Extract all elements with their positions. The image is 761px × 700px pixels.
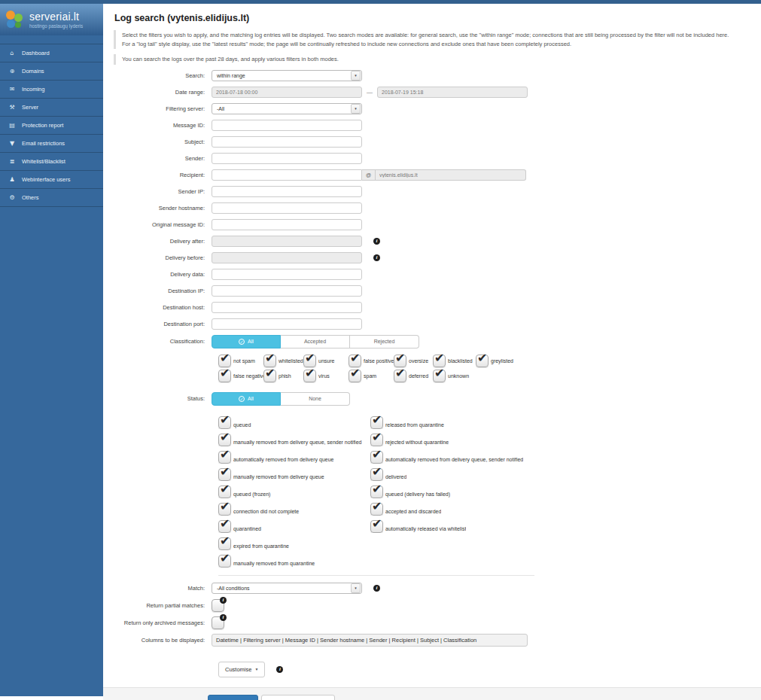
subject-input[interactable]: [212, 136, 362, 148]
classification-all-button[interactable]: ✓ All: [212, 335, 281, 348]
checkbox-auto-removed-sender-notified[interactable]: [370, 451, 383, 464]
sidebar-item-webinterface-users[interactable]: ♟ Webinterface users: [0, 170, 103, 188]
status-all-button[interactable]: ✓ All: [212, 392, 281, 406]
checkbox-auto-released-via-whitelist[interactable]: [370, 520, 383, 533]
sidebar-item-email-restrictions[interactable]: ▼ Email restrictions: [0, 134, 103, 152]
checkbox-whitelisted[interactable]: [263, 355, 276, 367]
gear-icon: ⚙: [8, 194, 16, 201]
info-icon[interactable]: i: [276, 666, 283, 673]
sender-hostname-input[interactable]: [212, 202, 362, 214]
start-search-button[interactable]: Start search: [208, 695, 258, 700]
checkbox-oversize[interactable]: [394, 355, 406, 367]
delivery-after-input[interactable]: [212, 236, 362, 247]
destination-ip-input[interactable]: [212, 285, 362, 297]
logo[interactable]: serveriai.lt hostingo paslaugų lyderis: [0, 4, 103, 35]
columns-label: Columns to be displayed:: [114, 637, 212, 644]
checkbox-manually-removed-sender-notified[interactable]: [218, 434, 231, 446]
sidebar-item-domains[interactable]: ⊕ Domains: [0, 62, 103, 80]
checkbox-auto-removed-delivery-queue[interactable]: [218, 451, 231, 464]
checkbox-false-positive[interactable]: [349, 355, 361, 367]
date-range-label: Date range:: [114, 89, 212, 96]
checkbox-greylisted[interactable]: [476, 355, 489, 367]
original-message-id-label: Original message ID:: [114, 221, 212, 228]
checkbox-queued-delivery-failed[interactable]: [370, 485, 383, 498]
checkbox-virus[interactable]: [303, 370, 316, 382]
chevron-down-icon[interactable]: ▾: [351, 583, 361, 593]
info-icon[interactable]: i: [373, 254, 380, 261]
info-icon[interactable]: i: [373, 585, 380, 592]
checkbox-false-negative[interactable]: [218, 370, 231, 382]
checkbox-manually-removed-delivery-queue[interactable]: [218, 468, 231, 481]
delivery-before-input[interactable]: [212, 252, 362, 263]
message-id-input[interactable]: [212, 120, 362, 131]
info-icon[interactable]: i: [373, 238, 380, 245]
search-mode-select[interactable]: within range ▾: [212, 70, 362, 81]
classification-segmented-buttons: ✓ All Accepted Rejected: [212, 335, 419, 348]
delivery-data-input[interactable]: [212, 269, 362, 280]
sidebar-item-label: Domains: [22, 68, 44, 75]
sender-input[interactable]: [212, 153, 362, 164]
info-icon[interactable]: i: [220, 597, 227, 604]
sidebar-item-dashboard[interactable]: ⌂ Dashboard: [0, 44, 103, 62]
filtering-server-select[interactable]: -All ▾: [212, 103, 362, 114]
destination-host-input[interactable]: [212, 302, 362, 313]
form-actions: Start search ✉ Email Scout Reports: [103, 687, 761, 700]
list-icon: ≣: [8, 158, 16, 165]
checkbox-blacklisted[interactable]: [433, 355, 446, 367]
return-only-archived-checkbox[interactable]: i: [212, 616, 224, 629]
checkbox-rejected-without-quarantine[interactable]: [370, 434, 383, 446]
customise-button[interactable]: Customise ▼: [218, 662, 265, 677]
sidebar-item-label: Protection report: [22, 122, 63, 129]
sidebar-item-incoming[interactable]: ✉ Incoming: [0, 80, 103, 98]
checkbox-released-from-quarantine[interactable]: [370, 416, 383, 429]
checkbox-label: automatically removed from delivery queu…: [233, 457, 333, 464]
checkbox-not-spam[interactable]: [218, 355, 231, 367]
checkbox-unknown[interactable]: [433, 370, 446, 382]
document-icon: ▤: [8, 122, 16, 129]
sidebar-item-others[interactable]: ⚙ Others: [0, 188, 103, 207]
checkbox-label: released from quarantine: [385, 422, 444, 429]
sidebar-item-protection-report[interactable]: ▤ Protection report: [0, 116, 103, 134]
recipient-input[interactable]: [212, 169, 362, 181]
return-partial-matches-checkbox[interactable]: i: [212, 599, 224, 612]
checkbox-label: unsure: [318, 358, 334, 364]
sidebar-item-server[interactable]: ⚒ Server: [0, 98, 103, 116]
return-only-archived-label: Return only archived messages:: [114, 616, 212, 626]
checkbox-queued[interactable]: [218, 416, 231, 429]
classification-accepted-button[interactable]: Accepted: [281, 335, 350, 348]
checkbox-label: blacklisted: [448, 358, 473, 364]
checkbox-queued-frozen[interactable]: [218, 485, 231, 498]
divider: [218, 575, 534, 576]
match-select[interactable]: -All conditions ▾: [212, 583, 362, 594]
checkbox-phish[interactable]: [263, 370, 276, 382]
date-range-separator: —: [367, 89, 373, 96]
checkbox-unsure[interactable]: [303, 355, 316, 367]
sender-ip-label: Sender IP:: [114, 188, 212, 195]
classification-rejected-button[interactable]: Rejected: [350, 335, 419, 348]
sender-ip-input[interactable]: [212, 186, 362, 197]
status-none-button[interactable]: None: [281, 392, 350, 406]
info-icon[interactable]: i: [220, 614, 227, 621]
destination-port-input[interactable]: [212, 318, 362, 330]
chevron-down-icon[interactable]: ▾: [351, 71, 361, 81]
chevron-down-icon[interactable]: ▾: [351, 104, 361, 114]
email-scout-reports-button[interactable]: ✉ Email Scout Reports: [261, 695, 334, 700]
date-from-input[interactable]: [212, 87, 362, 98]
original-message-id-input[interactable]: [212, 219, 362, 230]
sidebar-nav: ⌂ Dashboard ⊕ Domains ✉ Incoming ⚒ Serve…: [0, 44, 103, 207]
checkbox-label: accepted and discarded: [385, 509, 441, 516]
checkbox-delivered[interactable]: [370, 468, 383, 481]
checkbox-expired-from-quarantine[interactable]: [218, 537, 231, 550]
checkbox-deferred[interactable]: [394, 370, 406, 382]
checkbox-connection-did-not-complete[interactable]: [218, 503, 231, 516]
sidebar: serveriai.lt hostingo paslaugų lyderis ⌂…: [0, 4, 103, 696]
checkbox-quarantined[interactable]: [218, 520, 231, 533]
checkbox-accepted-and-discarded[interactable]: [370, 503, 383, 516]
sidebar-item-whitelist-blacklist[interactable]: ≣ Whitelist/Blacklist: [0, 152, 103, 170]
sender-hostname-label: Sender hostname:: [114, 205, 212, 212]
checkbox-spam[interactable]: [349, 370, 361, 382]
checkbox-label: automatically removed from delivery queu…: [385, 457, 523, 464]
sidebar-item-label: Email restrictions: [22, 140, 65, 147]
checkbox-manually-removed-from-quarantine[interactable]: [218, 555, 231, 568]
date-to-input[interactable]: [377, 87, 528, 98]
